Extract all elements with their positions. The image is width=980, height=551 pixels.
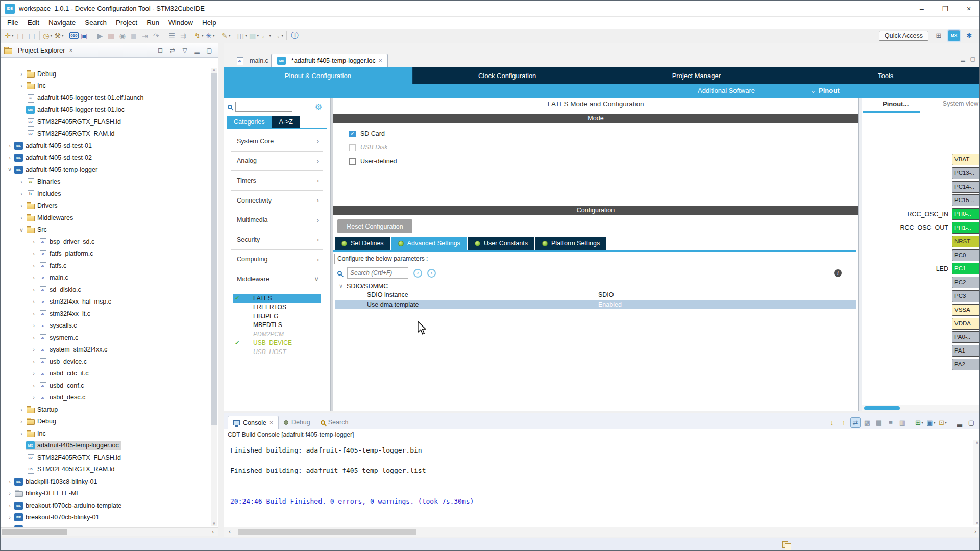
tree-expander-icon[interactable]: › <box>17 203 26 209</box>
menu-item[interactable]: Project <box>111 17 142 29</box>
config-main-tab[interactable]: Tools <box>791 67 980 84</box>
tree-expander-icon[interactable]: › <box>30 359 38 365</box>
pin[interactable]: PC15-.. <box>952 194 980 206</box>
config-sub-tab[interactable]: Advanced Settings <box>391 237 467 250</box>
separator[interactable] <box>191 31 191 40</box>
category-item[interactable]: Computing › <box>231 250 323 270</box>
mode-option-user-defined[interactable]: User-defined <box>349 157 397 166</box>
mode-option-usb-disk[interactable]: USB Disk <box>349 143 387 152</box>
reset-configuration-button[interactable]: Reset Configuration <box>337 219 412 233</box>
tree-item[interactable]: › system_stm32f4xx.c <box>1 344 210 356</box>
panel-splitter[interactable] <box>858 98 862 411</box>
next-annotation-button[interactable]: ⇉ <box>178 30 189 41</box>
tab-pinout[interactable]: Pinout... <box>883 100 909 108</box>
scroll-down-arrow[interactable]: ∨ <box>974 521 980 525</box>
config-sub-tab[interactable]: Platform Settings <box>535 237 606 250</box>
tab-categories[interactable]: Categories <box>227 116 272 128</box>
tree-expander-icon[interactable]: › <box>17 191 26 197</box>
tree-item[interactable]: adafruit-f405-logger-test-01.ioc <box>1 104 210 116</box>
tree-item[interactable]: › Debug <box>1 416 210 428</box>
tree-item[interactable]: › Binaries <box>1 176 210 188</box>
config-main-tab[interactable]: Clock Configuration <box>413 67 602 84</box>
tree-item[interactable]: › Includes <box>1 188 210 200</box>
middleware-item[interactable]: USB_DEVICE <box>233 339 321 348</box>
clear-console-button[interactable]: ▩ <box>862 417 872 428</box>
pin[interactable]: PH1-.. <box>952 222 980 234</box>
maximize-view-icon[interactable]: ▢ <box>205 47 214 54</box>
save-all-button[interactable]: ▤ <box>26 30 37 41</box>
tree-expander-icon[interactable]: › <box>6 503 14 509</box>
minimize-view-icon[interactable]: ▂ <box>961 56 965 62</box>
checkbox-icon[interactable] <box>349 144 356 151</box>
tree-expander-icon[interactable]: ∨ <box>6 166 14 173</box>
pin[interactable]: PC3 <box>952 290 980 302</box>
tree-item[interactable]: STM32F405RGTX_FLASH.ld <box>1 452 210 464</box>
menu-item[interactable]: Navigate <box>44 17 80 29</box>
tree-expander-icon[interactable]: › <box>30 251 38 257</box>
tree-item[interactable]: › Startup <box>1 404 210 416</box>
console-output[interactable]: Finished building: adafruit-f405-temp-lo… <box>224 440 973 525</box>
category-item[interactable]: Middleware ∨ <box>231 269 323 289</box>
param-row[interactable]: Use dma template Enabled <box>335 300 856 310</box>
scrollbar-thumb[interactable] <box>211 73 217 425</box>
scrollbar-thumb[interactable] <box>238 529 416 535</box>
tree-item[interactable]: › fatfs.c <box>1 260 210 272</box>
new-wizard-button[interactable]: ✛ <box>4 30 15 41</box>
ip-search-input[interactable] <box>235 102 292 112</box>
cpp-perspective-icon[interactable]: ✱ <box>963 30 975 41</box>
grid-button[interactable]: ▦ <box>248 30 260 41</box>
display-console-button[interactable]: ▣ <box>926 417 936 428</box>
scrollbar-thumb[interactable] <box>864 406 900 410</box>
tab-console[interactable]: Console × <box>228 416 279 429</box>
tree-expander-icon[interactable]: › <box>6 479 14 485</box>
param-group-sdio-sdmmc[interactable]: ∨ SDIO/SDMMC <box>335 282 856 290</box>
param-value[interactable]: SDIO <box>596 291 614 298</box>
tree-expander-icon[interactable]: › <box>30 298 38 305</box>
tree-item[interactable]: › Inc <box>1 428 210 440</box>
wrap-lines-button[interactable]: ≡ <box>886 417 896 428</box>
link-button[interactable]: ◫ <box>236 30 248 41</box>
tree-expander-icon[interactable]: › <box>6 490 14 496</box>
minimize-button[interactable]: – <box>910 1 934 17</box>
scroll-up-arrow[interactable]: ∧ <box>211 68 217 72</box>
console-monitor-button[interactable]: ▣ <box>79 30 90 41</box>
clock-button[interactable]: ◷ <box>42 30 53 41</box>
separator[interactable] <box>234 31 234 40</box>
coverage-button[interactable]: ▥ <box>106 30 117 41</box>
menu-item[interactable]: Edit <box>23 17 44 29</box>
menu-item[interactable]: File <box>3 17 23 29</box>
forward-button[interactable]: → <box>272 30 284 41</box>
checkbox-icon[interactable] <box>349 158 356 165</box>
flash-button[interactable]: ↯ <box>193 30 205 41</box>
pin[interactable]: VDDA <box>952 318 980 330</box>
tree-expander-icon[interactable]: › <box>6 155 14 161</box>
separator[interactable] <box>92 31 92 40</box>
menu-item[interactable]: Help <box>198 17 221 29</box>
category-item[interactable]: Security › <box>231 230 323 250</box>
separator[interactable] <box>67 31 67 40</box>
tree-item[interactable]: › stm32f4xx_hal_msp.c <box>1 296 210 308</box>
explorer-horizontal-scrollbar[interactable]: › <box>1 527 218 536</box>
tab-a-to-z[interactable]: A->Z <box>272 116 300 128</box>
pin[interactable]: PC0 <box>952 249 980 261</box>
scroll-up-icon[interactable]: ↑ <box>839 417 849 428</box>
tree-item[interactable]: › usbd_desc.c <box>1 392 210 404</box>
tab-search[interactable]: Search <box>315 416 354 429</box>
mark-occurrences-button[interactable]: ☰ <box>166 30 178 41</box>
build-button[interactable]: ⚒ <box>53 30 65 41</box>
pin[interactable]: VBAT <box>952 154 980 165</box>
tree-item[interactable]: STM32F405RGTX_RAM.ld <box>1 464 210 476</box>
middleware-item[interactable]: FATFS <box>233 294 321 303</box>
clipboard-icon[interactable] <box>782 541 788 548</box>
config-sub-tab[interactable]: User Constants <box>468 237 534 250</box>
pin[interactable]: NRST <box>952 236 980 247</box>
param-search-input[interactable] <box>347 267 408 279</box>
separator[interactable] <box>164 31 164 40</box>
category-item[interactable]: Analog › <box>231 152 323 171</box>
middleware-item[interactable]: PDM2PCM <box>233 330 321 339</box>
scrollbar-thumb[interactable] <box>2 529 67 535</box>
close-tab-icon[interactable]: × <box>270 419 273 427</box>
info-button[interactable]: ⓘ <box>289 30 300 41</box>
tree-item[interactable]: › Drivers <box>1 200 210 212</box>
tree-item[interactable]: STM32F405RGTX_RAM.ld <box>1 128 210 140</box>
